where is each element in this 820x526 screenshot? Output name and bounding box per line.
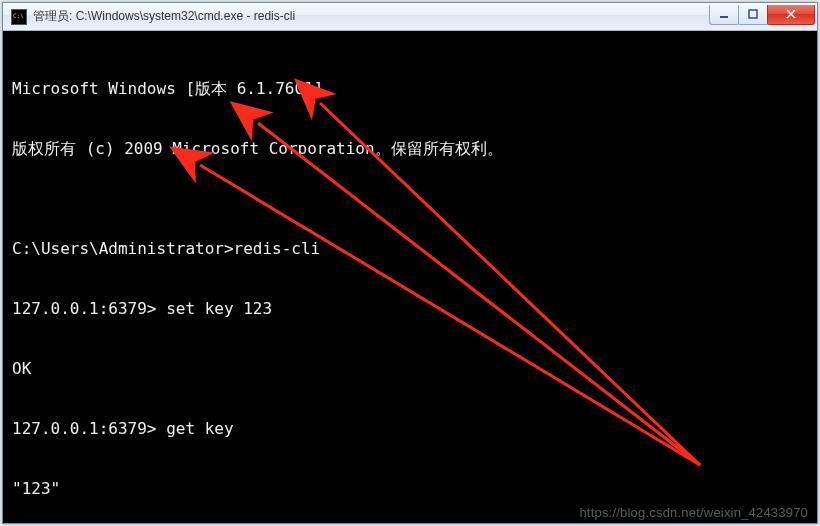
close-button[interactable] [767, 5, 815, 25]
window-title: 管理员: C:\Windows\system32\cmd.exe - redis… [33, 8, 295, 25]
maximize-button[interactable] [738, 5, 768, 25]
terminal-line: Microsoft Windows [版本 6.1.7601] [12, 79, 808, 99]
svg-rect-1 [749, 10, 757, 18]
minimize-button[interactable] [709, 5, 739, 25]
close-icon [786, 9, 796, 19]
terminal-line: C:\Users\Administrator>redis-cli [12, 239, 808, 259]
maximize-icon [748, 9, 758, 19]
cmd-icon [11, 9, 27, 25]
cmd-window: 管理员: C:\Windows\system32\cmd.exe - redis… [2, 2, 818, 524]
terminal-output[interactable]: Microsoft Windows [版本 6.1.7601] 版权所有 (c)… [8, 35, 812, 517]
terminal-line: OK [12, 359, 808, 379]
minimize-icon [719, 9, 729, 19]
terminal-line: 127.0.0.1:6379> get key [12, 419, 808, 439]
window-buttons [710, 5, 815, 25]
svg-rect-0 [720, 16, 728, 18]
watermark-text: https://blog.csdn.net/weixin_42433970 [579, 505, 808, 520]
terminal-line: 127.0.0.1:6379> set key 123 [12, 299, 808, 319]
terminal-line: "123" [12, 479, 808, 499]
titlebar[interactable]: 管理员: C:\Windows\system32\cmd.exe - redis… [3, 3, 817, 31]
terminal-line: 版权所有 (c) 2009 Microsoft Corporation。保留所有… [12, 139, 808, 159]
